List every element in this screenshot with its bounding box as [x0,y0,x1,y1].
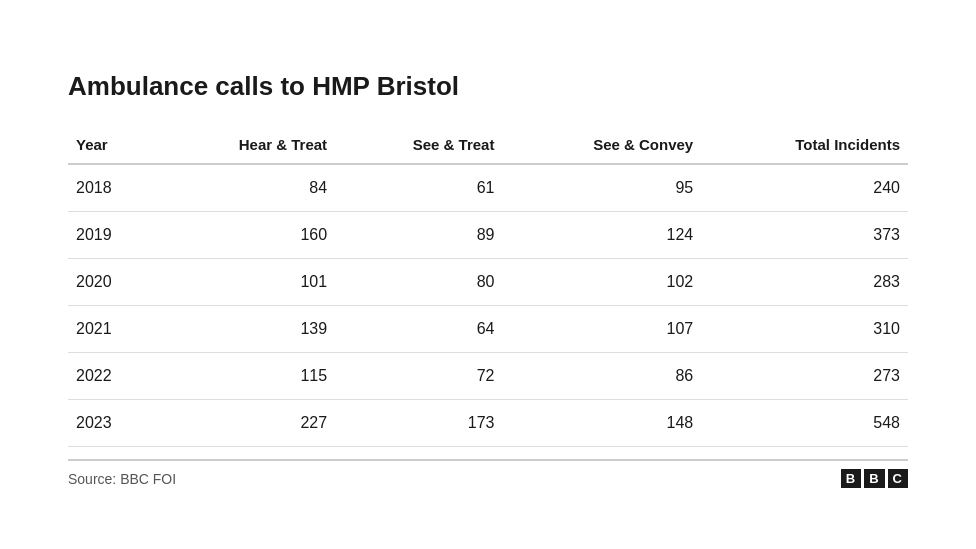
table-cell-total: 283 [701,259,908,306]
table-cell-see_convey: 124 [502,212,701,259]
table-cell-year: 2023 [68,400,156,447]
table-cell-year: 2019 [68,212,156,259]
table-cell-hear_treat: 139 [156,306,335,353]
bbc-box-2: B [864,469,884,488]
table-cell-see_treat: 173 [335,400,502,447]
bbc-box-1: B [841,469,861,488]
col-header-see-treat: See & Treat [335,126,502,164]
table-cell-see_treat: 89 [335,212,502,259]
footer: Source: BBC FOI B B C [68,459,908,488]
table-cell-total: 310 [701,306,908,353]
table-cell-hear_treat: 115 [156,353,335,400]
table-cell-total: 373 [701,212,908,259]
table-cell-see_treat: 80 [335,259,502,306]
chart-container: Ambulance calls to HMP Bristol Year Hear… [48,41,928,508]
table-cell-year: 2018 [68,164,156,212]
bbc-logo: B B C [841,469,908,488]
table-row: 2018846195240 [68,164,908,212]
table-cell-hear_treat: 160 [156,212,335,259]
col-header-see-convey: See & Convey [502,126,701,164]
table-cell-year: 2020 [68,259,156,306]
data-table: Year Hear & Treat See & Treat See & Conv… [68,126,908,447]
table-cell-see_convey: 95 [502,164,701,212]
table-cell-see_treat: 61 [335,164,502,212]
table-row: 201916089124373 [68,212,908,259]
col-header-hear-treat: Hear & Treat [156,126,335,164]
table-cell-see_convey: 107 [502,306,701,353]
table-row: 2023227173148548 [68,400,908,447]
table-cell-hear_treat: 101 [156,259,335,306]
col-header-total: Total Incidents [701,126,908,164]
bbc-box-3: C [888,469,908,488]
table-cell-hear_treat: 227 [156,400,335,447]
table-cell-see_convey: 102 [502,259,701,306]
table-cell-see_treat: 72 [335,353,502,400]
col-header-year: Year [68,126,156,164]
table-cell-year: 2021 [68,306,156,353]
table-cell-total: 548 [701,400,908,447]
table-cell-see_convey: 86 [502,353,701,400]
table-cell-see_treat: 64 [335,306,502,353]
table-row: 202113964107310 [68,306,908,353]
table-cell-total: 273 [701,353,908,400]
table-cell-hear_treat: 84 [156,164,335,212]
table-header-row: Year Hear & Treat See & Treat See & Conv… [68,126,908,164]
table-body: 2018846195240201916089124373202010180102… [68,164,908,447]
table-cell-total: 240 [701,164,908,212]
table-row: 20221157286273 [68,353,908,400]
table-row: 202010180102283 [68,259,908,306]
table-cell-year: 2022 [68,353,156,400]
table-cell-see_convey: 148 [502,400,701,447]
chart-title: Ambulance calls to HMP Bristol [68,71,908,102]
source-text: Source: BBC FOI [68,471,176,487]
